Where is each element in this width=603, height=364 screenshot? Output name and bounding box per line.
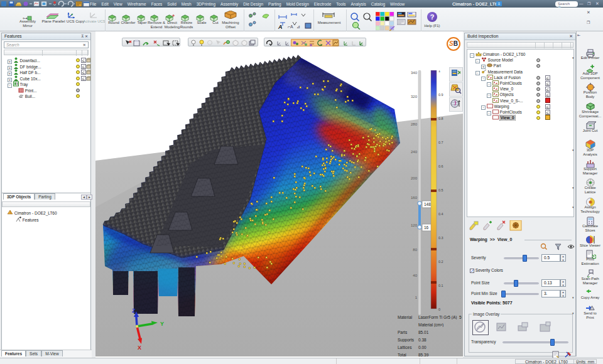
- svg-text:340: 340: [411, 71, 418, 75]
- svg-text:120: 120: [411, 223, 418, 227]
- svg-text:80: 80: [413, 248, 417, 252]
- svg-text:40: 40: [413, 274, 417, 277]
- svg-text:0.5: 0.5: [438, 188, 443, 192]
- svg-text:0.8: 0.8: [438, 117, 443, 120]
- svg-text:0: 0: [438, 308, 440, 311]
- svg-text:1: 1: [438, 70, 440, 73]
- svg-text:0.1: 0.1: [438, 284, 443, 287]
- svg-text:X: X: [138, 345, 141, 351]
- svg-text:1: 1: [415, 296, 418, 299]
- svg-text:⊿: ⊿: [296, 24, 300, 29]
- svg-text:200: 200: [411, 176, 418, 180]
- svg-text:⌐A: ⌐A: [288, 24, 293, 29]
- svg-text:0.2: 0.2: [438, 260, 443, 264]
- svg-text:Z: Z: [132, 308, 136, 314]
- svg-text:160: 160: [411, 196, 418, 200]
- svg-text:0.6: 0.6: [438, 164, 443, 168]
- svg-text:16: 16: [424, 225, 429, 230]
- svg-text:A: A: [278, 24, 283, 29]
- svg-text:0.9: 0.9: [438, 93, 443, 97]
- svg-text:240: 240: [411, 150, 418, 154]
- svg-text:320: 320: [411, 95, 418, 99]
- svg-text:0.7: 0.7: [438, 141, 443, 144]
- svg-text:0.4: 0.4: [438, 212, 443, 216]
- svg-text:280: 280: [411, 122, 418, 126]
- svg-text:0.3: 0.3: [438, 236, 443, 240]
- svg-text:148: 148: [424, 202, 431, 206]
- svg-text:Y: Y: [160, 321, 164, 327]
